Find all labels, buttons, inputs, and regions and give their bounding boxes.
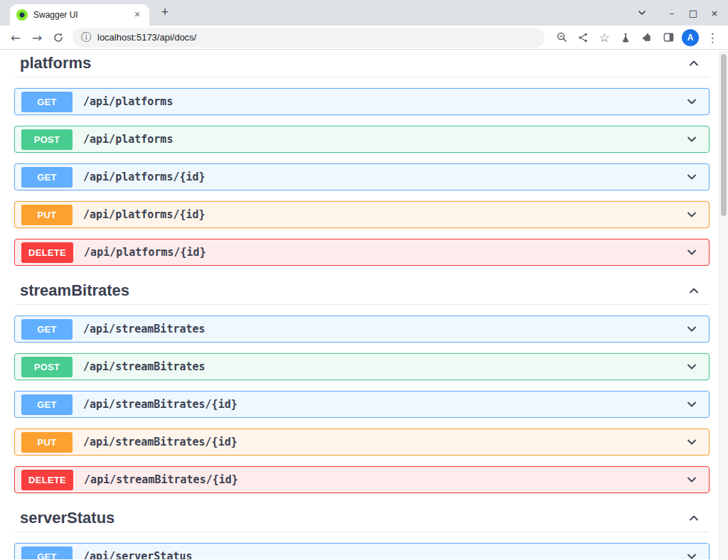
section-title: platforms [20,54,91,72]
tab-strip: Swagger UI × + – □ × [0,0,728,26]
chevron-down-icon[interactable] [685,360,699,374]
endpoint-row[interactable]: PUT/api/platforms/{id} [14,201,710,228]
method-badge: DELETE [21,242,73,263]
endpoint-row[interactable]: PUT/api/streamBitrates/{id} [14,429,710,456]
chevron-down-icon[interactable] [685,549,699,559]
method-badge: PUT [21,432,73,453]
chevron-down-icon[interactable] [685,95,699,109]
bookmark-star-icon[interactable]: ☆ [594,28,614,48]
address-bar[interactable]: ⓘ localhost:5173/api/docs/ [73,28,545,48]
share-icon[interactable] [573,28,593,48]
endpoint-row[interactable]: GET/api/platforms/{id} [14,163,710,190]
section-title: serverStatus [20,509,114,527]
endpoint-path: /api/platforms [83,133,173,146]
new-tab-button[interactable]: + [155,3,175,23]
forward-icon[interactable]: → [27,28,47,48]
endpoint-path: /api/platforms [83,95,173,108]
endpoint-row[interactable]: DELETE/api/platforms/{id} [14,239,710,266]
tab-close-icon[interactable]: × [132,9,143,21]
api-section-serverStatus: serverStatusGET/api/serverStatus [14,506,710,559]
endpoint-row[interactable]: POST/api/streamBitrates [14,353,710,380]
method-badge: GET [21,546,73,560]
swagger-favicon-icon [16,9,28,21]
endpoint-path: /api/platforms/{id} [83,171,205,183]
section-header-streamBitrates[interactable]: streamBitrates [14,279,710,305]
endpoint-row[interactable]: GET/api/streamBitrates [14,316,710,343]
minimize-button[interactable]: – [661,0,682,26]
method-badge: POST [21,357,73,377]
section-header-platforms[interactable]: platforms [14,51,710,77]
method-badge: GET [21,394,73,415]
section-title: streamBitrates [20,281,129,300]
api-section-platforms: platformsGET/api/platformsPOST/api/platf… [14,51,710,266]
endpoint-row[interactable]: GET/api/streamBitrates/{id} [14,391,710,418]
chevron-up-icon[interactable] [684,55,704,72]
chevron-down-icon[interactable] [685,322,699,336]
window-controls: – □ × [633,0,728,26]
menu-dots-icon[interactable]: ⋮ [702,28,722,48]
chevron-down-icon[interactable] [685,473,699,487]
scrollbar-thumb[interactable] [721,54,727,216]
extensions-puzzle-icon[interactable] [637,28,657,48]
chevron-down-icon[interactable] [685,435,699,449]
method-badge: POST [21,129,73,150]
endpoint-row[interactable]: GET/api/platforms [14,88,710,115]
chevron-up-icon[interactable] [684,282,704,299]
page-scrollbar[interactable] [719,50,728,560]
endpoint-path: /api/streamBitrates/{id} [83,398,237,411]
endpoint-path: /api/streamBitrates/{id} [83,436,237,448]
extension-flask-icon[interactable] [616,28,636,48]
section-header-serverStatus[interactable]: serverStatus [14,506,710,532]
back-icon[interactable]: ← [6,28,26,48]
browser-toolbar: ← → ⓘ localhost:5173/api/docs/ ☆ A ⋮ [0,26,728,50]
tab-search-chevron-icon[interactable] [633,8,651,18]
chevron-down-icon[interactable] [685,245,699,259]
method-badge: GET [21,167,73,188]
api-section-streamBitrates: streamBitratesGET/api/streamBitratesPOST… [14,279,710,493]
endpoint-path: /api/serverStatus [83,550,193,559]
browser-tab[interactable]: Swagger UI × [10,4,149,26]
method-badge: DELETE [21,470,73,490]
endpoint-path: /api/streamBitrates/{id} [84,473,238,486]
chevron-down-icon[interactable] [685,397,699,411]
endpoint-path: /api/streamBitrates [83,323,205,335]
endpoint-row[interactable]: GET/api/serverStatus [14,543,710,559]
side-panel-icon[interactable] [658,28,678,48]
endpoint-row[interactable]: POST/api/platforms [14,126,710,153]
method-badge: PUT [21,205,73,225]
profile-avatar[interactable]: A [682,29,699,46]
endpoint-path: /api/platforms/{id} [83,208,205,221]
chevron-up-icon[interactable] [684,510,704,527]
method-badge: GET [21,92,73,112]
tab-title: Swagger UI [33,10,126,20]
chevron-down-icon[interactable] [685,208,699,222]
method-badge: GET [21,319,73,340]
zoom-icon[interactable] [552,28,572,48]
endpoint-path: /api/platforms/{id} [84,246,206,259]
chevron-down-icon[interactable] [685,170,699,184]
maximize-button[interactable]: □ [682,0,704,26]
close-window-button[interactable]: × [704,0,725,26]
reload-icon[interactable] [48,28,68,48]
url-text: localhost:5173/api/docs/ [97,32,196,43]
chevron-down-icon[interactable] [685,132,699,146]
endpoint-row[interactable]: DELETE/api/streamBitrates/{id} [14,466,710,493]
site-info-icon[interactable]: ⓘ [81,31,91,44]
endpoint-path: /api/streamBitrates [83,360,205,373]
swagger-page: platformsGET/api/platformsPOST/api/platf… [0,50,728,559]
